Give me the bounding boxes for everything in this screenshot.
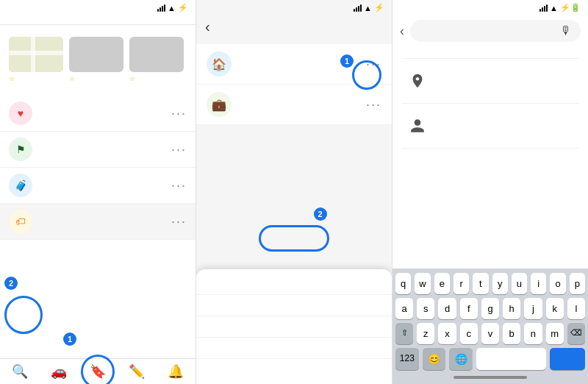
key-w[interactable]: w <box>415 273 430 294</box>
key-globe[interactable]: 🌐 <box>449 348 473 370</box>
key-c[interactable]: c <box>460 323 478 344</box>
nearby-card-1[interactable]: ☆ <box>69 37 123 82</box>
wifi-icon-p1: ▲ <box>168 4 176 13</box>
edit-home-circle-indicator <box>259 225 329 252</box>
nav-contribute[interactable]: ✏️ <box>118 362 157 383</box>
personal-places-info <box>392 48 588 58</box>
travel-more[interactable]: ··· <box>171 178 187 193</box>
pin-icon <box>404 68 431 94</box>
labeled-circle-indicator <box>4 296 43 334</box>
key-u[interactable]: u <box>512 273 527 294</box>
labeled-more[interactable]: ··· <box>171 214 187 230</box>
travel-icon: 🧳 <box>9 174 32 197</box>
key-backspace[interactable]: ⌫ <box>567 323 585 344</box>
wifi-icon-p2: ▲ <box>364 4 372 13</box>
sheet-directions[interactable] <box>196 274 392 295</box>
list-item-travel[interactable]: 🧳 ··· <box>0 168 196 204</box>
labeled-header: ‹ <box>196 15 392 41</box>
nearby-card-star-1: ☆ <box>69 75 123 82</box>
key-q[interactable]: q <box>395 273 411 294</box>
key-b[interactable]: b <box>503 323 520 344</box>
key-r[interactable]: r <box>453 273 469 294</box>
key-space[interactable] <box>476 348 546 370</box>
list-item-favorites[interactable]: ♥ ··· <box>0 96 196 132</box>
your-lists-header <box>0 88 196 96</box>
key-p[interactable]: p <box>570 273 585 294</box>
key-shift[interactable]: ⇧ <box>395 323 413 344</box>
battery-icon-p3: ⚡🔋 <box>560 3 581 13</box>
back-button-p3[interactable]: ‹ <box>400 24 404 39</box>
sheet-change-icon[interactable] <box>196 316 392 338</box>
labeled-item-home[interactable]: 🏠 ··· <box>196 44 392 85</box>
key-d[interactable]: d <box>438 298 456 319</box>
status-icons-p2: ▲ ⚡ <box>354 3 384 13</box>
key-k[interactable]: k <box>546 298 564 319</box>
nearby-section-title <box>0 25 196 34</box>
key-g[interactable]: g <box>481 298 499 319</box>
key-x[interactable]: x <box>438 323 456 344</box>
choose-from-contacts-option[interactable] <box>392 104 588 148</box>
labeled-item-work[interactable]: 💼 ··· <box>196 85 392 125</box>
favorites-more[interactable]: ··· <box>171 106 187 121</box>
keyboard-row-3: ⇧ z x c v b n m ⌫ <box>395 323 585 344</box>
nav-go[interactable]: 🚗 <box>39 362 78 383</box>
nav-saved[interactable]: 🔖 <box>78 362 117 383</box>
sheet-cancel[interactable] <box>196 359 392 380</box>
signal-p3 <box>539 4 548 12</box>
list-item-wanttogo[interactable]: ⚑ ··· <box>0 132 196 168</box>
saved-header <box>0 15 196 25</box>
signal-p2 <box>354 4 362 12</box>
sheet-remove-home[interactable] <box>196 338 392 359</box>
wanttogo-icon: ⚑ <box>9 138 32 161</box>
key-s[interactable]: s <box>417 298 434 319</box>
key-n[interactable]: n <box>524 323 542 344</box>
key-i[interactable]: i <box>531 273 546 294</box>
key-f[interactable]: f <box>460 298 478 319</box>
home-indicator <box>453 376 527 379</box>
key-l[interactable]: l <box>567 298 585 319</box>
status-bar-p2: ▲ ⚡ <box>196 0 392 15</box>
nearby-thumb-2 <box>129 37 184 72</box>
nearby-card-0[interactable]: ☆ <box>9 37 63 82</box>
choose-on-map-option[interactable] <box>392 59 588 103</box>
key-send[interactable] <box>550 348 585 370</box>
badge-labeled: 2 <box>4 277 18 290</box>
badge-edithome: 2 <box>314 207 327 221</box>
key-v[interactable]: v <box>481 323 499 344</box>
keyboard-row-4: 123 😊 🌐 <box>395 348 585 370</box>
key-a[interactable]: a <box>395 298 413 319</box>
nav-explore[interactable]: 🔍 <box>0 362 39 383</box>
bottom-nav: 🔍 🚗 🔖 ✏️ 🔔 <box>0 358 196 384</box>
status-icons-p1: ▲ ⚡ <box>157 3 188 13</box>
battery-icon-p1: ⚡ <box>178 3 188 13</box>
favorites-icon: ♥ <box>9 102 32 125</box>
key-emoji[interactable]: 😊 <box>423 348 446 370</box>
nearby-card-2[interactable]: ☆ <box>129 37 184 82</box>
home-place-icon: 🏠 <box>207 51 232 77</box>
key-m[interactable]: m <box>546 323 564 344</box>
address-search-wrap[interactable]: 🎙 <box>410 20 581 42</box>
work-more-button[interactable]: ··· <box>366 97 381 113</box>
keyboard-row-1: q w e r t y u i o p <box>395 273 585 294</box>
key-123[interactable]: 123 <box>395 348 419 370</box>
home-more-button[interactable]: ··· <box>366 57 381 72</box>
sheet-edit-home[interactable] <box>196 295 392 316</box>
wanttogo-more[interactable]: ··· <box>171 142 187 157</box>
key-h[interactable]: h <box>503 298 520 319</box>
key-e[interactable]: e <box>434 273 450 294</box>
key-y[interactable]: y <box>492 273 508 294</box>
list-item-labeled[interactable]: 🏷 ··· <box>0 204 196 240</box>
mic-icon[interactable]: 🎙 <box>560 24 572 38</box>
more-button[interactable] <box>0 240 196 249</box>
key-t[interactable]: t <box>473 273 488 294</box>
saved-circle-indicator <box>81 355 115 384</box>
key-z[interactable]: z <box>417 323 434 344</box>
nav-updates[interactable]: 🔔 <box>157 362 196 383</box>
key-j[interactable]: j <box>524 298 542 319</box>
status-bar-p3: ▲ ⚡🔋 <box>392 0 588 15</box>
nearby-scroll: ☆ ☆ ☆ <box>0 34 196 88</box>
nearby-thumb-1 <box>69 37 123 72</box>
back-button-p2[interactable]: ‹ <box>205 18 210 35</box>
divider-3 <box>401 148 579 149</box>
key-o[interactable]: o <box>550 273 565 294</box>
